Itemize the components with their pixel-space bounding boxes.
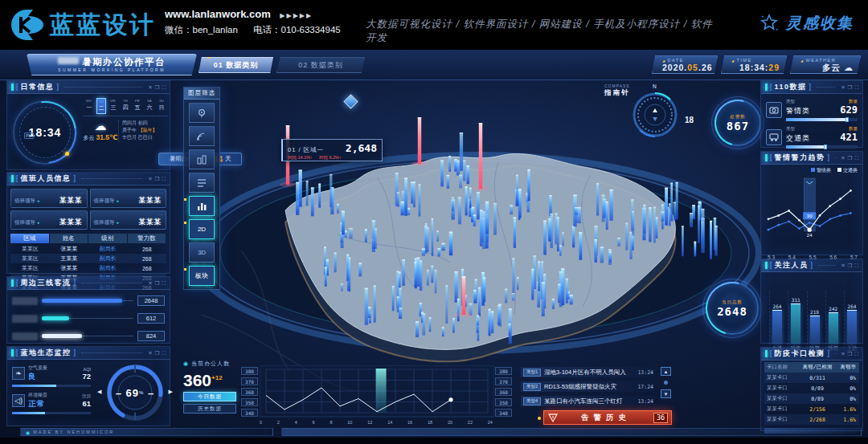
footer-caption: MADE BY NEHOMMICOR: [33, 430, 114, 434]
duty-leader-card[interactable]: 值班领导···某某某: [10, 210, 88, 230]
panel-title: 防疫卡口检测: [775, 348, 825, 359]
expand-icon[interactable]: ⛶: [162, 350, 166, 356]
alert-time: 13:24: [637, 398, 653, 405]
x-tick-label: 8: [330, 420, 332, 425]
building-icon[interactable]: [189, 149, 215, 169]
x-tick-label: 14: [387, 420, 392, 425]
close-icon[interactable]: ✕: [841, 263, 845, 268]
close-icon[interactable]: ✕: [148, 280, 152, 286]
window-icon[interactable]: ❐: [848, 155, 853, 161]
tab-data-category-1[interactable]: 01 数据类别: [199, 57, 273, 73]
window-icon[interactable]: ❐: [155, 280, 160, 286]
layer-3d-button[interactable]: 3D: [189, 242, 215, 263]
clock-period: PM: [24, 132, 34, 139]
history-data-button[interactable]: 历史数据: [183, 404, 236, 413]
y-tick-label: 380: [495, 367, 512, 375]
expand-icon[interactable]: ⛶: [162, 280, 166, 286]
date-display: DATE 2020.05.26: [652, 55, 718, 74]
close-icon[interactable]: ✕: [841, 155, 845, 161]
person-icon: ◉: [183, 360, 189, 367]
alert-row[interactable]: 类型4某路口有小汽车连闯三个红灯13:24: [521, 396, 656, 406]
table-row: 某某卡口0/890%: [764, 393, 859, 404]
checkpoint-pager[interactable]: [764, 428, 859, 434]
x-tick-label: 22: [468, 420, 473, 425]
camera-icon: [766, 102, 782, 118]
app-root: 蓝蓝设计 www.lanlanwork.com ▶▶▶▶▶ 微信：ben_lan…: [0, 0, 868, 444]
collect-button[interactable]: 灵感收集: [759, 13, 854, 34]
website-link[interactable]: www.lanlanwork.com: [165, 8, 271, 20]
window-icon[interactable]: ❐: [848, 351, 853, 356]
expand-icon[interactable]: ⛶: [854, 84, 858, 90]
expand-icon[interactable]: ⛶: [854, 351, 858, 356]
list-icon[interactable]: [189, 173, 215, 193]
logo: 蓝蓝设计: [10, 8, 156, 42]
week-row: MO一TU二WE三TH四FR五SA六SU日: [83, 98, 168, 116]
duty-leader-card[interactable]: 值班领导···某某某: [10, 189, 88, 208]
duty-leader-card[interactable]: 值班领导···某某某: [90, 189, 167, 208]
page-title: 暑期办公协作平台: [58, 57, 166, 67]
leaf-icon: ❧: [12, 367, 25, 380]
tab-data-category-2[interactable]: 02 数据类别: [276, 57, 365, 73]
x-tick-label: 20: [448, 420, 452, 425]
office-trend-chart: [260, 365, 494, 418]
y-tick-label: 350: [241, 398, 258, 406]
alarm-type-count: 629: [840, 104, 858, 116]
expand-icon[interactable]: ⛶: [162, 176, 166, 181]
weekday-su: SU日: [157, 98, 166, 114]
layer-panel-title: 图层筛选: [184, 88, 219, 100]
flow-bar-value: 612: [137, 313, 165, 324]
gauge-right-arrow-icon[interactable]: ▶: [169, 389, 173, 395]
alarm-history-count: 36: [653, 413, 668, 423]
close-icon[interactable]: ✕: [148, 350, 152, 356]
focus-bar: 264上访: [844, 291, 859, 352]
duty-leader-card[interactable]: 值班领导···某某某: [90, 210, 167, 230]
panel-title: 值班人员信息: [21, 173, 72, 184]
svg-text:24: 24: [807, 233, 813, 238]
expand-icon[interactable]: ⛶: [854, 155, 858, 161]
alert-message: 湿地3-104片区有不明人员闯入: [544, 369, 634, 377]
window-icon[interactable]: ❐: [848, 263, 853, 268]
layer-2d-button[interactable]: 2D: [189, 219, 215, 239]
weekday-sa: SA六: [145, 98, 154, 114]
cloud-icon: ☁: [844, 63, 854, 72]
tooltip-region-label: 01 / 区域一: [288, 146, 324, 154]
expand-icon[interactable]: ⛶: [854, 263, 858, 268]
signal-icon[interactable]: [189, 126, 215, 146]
scroll-up-icon[interactable]: ▲: [661, 367, 671, 376]
alarm-history-button[interactable]: 告警历史 36: [543, 410, 672, 425]
poi-icon[interactable]: [189, 103, 215, 123]
close-icon[interactable]: ✕: [148, 84, 152, 90]
layer-block-button[interactable]: 板块: [189, 266, 215, 286]
alert-row[interactable]: 类型2RD13-53烟感报警疑似火灾17:24: [521, 381, 656, 392]
gauge-left-arrow-icon[interactable]: ◀: [97, 389, 101, 395]
today-data-button[interactable]: 今日数据: [183, 392, 236, 401]
close-icon[interactable]: ✕: [841, 84, 845, 90]
window-icon[interactable]: ❐: [155, 176, 160, 181]
close-icon[interactable]: ✕: [841, 351, 845, 356]
phone-label: 电话：010-63334945: [253, 25, 341, 35]
chart-icon[interactable]: [189, 196, 215, 216]
alert-row[interactable]: 类型1湿地3-104片区有不明人员闯入13:24: [521, 367, 656, 377]
flow-bar-value: 2648: [137, 295, 165, 306]
camera-dot-icon: ◉: [26, 430, 30, 435]
temperature-value: 31.5℃: [96, 133, 118, 141]
y-tick-label: 370: [241, 377, 258, 385]
window-icon[interactable]: ❐: [848, 84, 853, 90]
trend-line-chart: 3024: [761, 174, 858, 248]
x-tick-label: 16: [407, 420, 412, 425]
flow-bar-row: 2648: [12, 294, 165, 308]
window-icon[interactable]: ❐: [155, 350, 160, 356]
weekday-th: TH四: [121, 98, 130, 114]
close-icon[interactable]: ✕: [148, 176, 152, 181]
promo-banner: 蓝蓝设计 www.lanlanwork.com ▶▶▶▶▶ 微信：ben_lan…: [0, 0, 868, 50]
alert-type-badge: 类型2: [523, 383, 541, 391]
panel-tick: [11, 84, 14, 91]
lunar-calendar: 闰四月 初四 庚子年 【鼠年】 辛巳月 己巳日: [118, 120, 168, 142]
logo-icon: [10, 8, 43, 42]
scroll-down-icon[interactable]: ▼: [661, 389, 671, 398]
expand-icon[interactable]: ⛶: [162, 84, 166, 90]
compass-widget: COMPASS 指南针 N 18: [604, 84, 693, 161]
map-tooltip: 01 / 区域一 2,648 同比 14.1%↑ 环比 6.2%↑: [281, 139, 383, 161]
window-icon[interactable]: ❐: [155, 84, 160, 90]
panel-alarm-trend: [ 警情警力趋势 ]✕❐⛶ 警情类 交通类 3024 5.35.45.55.65…: [760, 151, 863, 255]
